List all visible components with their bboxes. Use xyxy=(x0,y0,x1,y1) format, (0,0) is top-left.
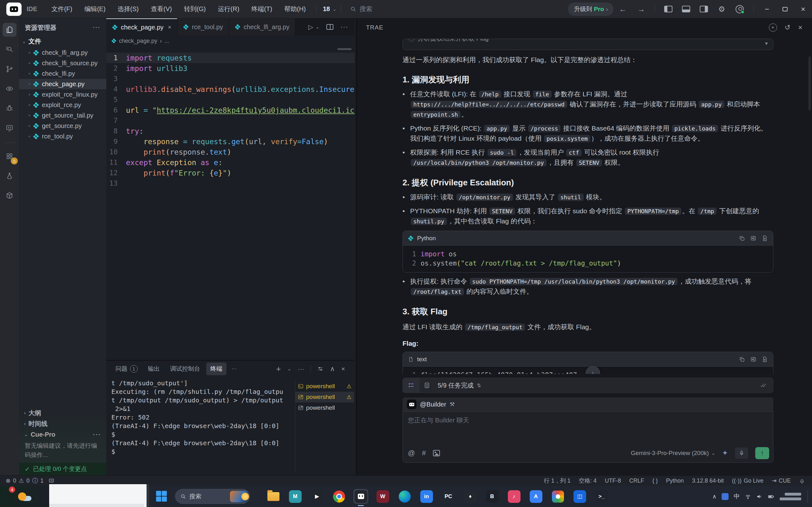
maximize-panel-icon[interactable]: ∧ xyxy=(330,365,335,373)
window-preview[interactable] xyxy=(49,484,149,507)
menu-item-2[interactable]: 选择(S) xyxy=(112,2,145,16)
start-button[interactable] xyxy=(156,491,167,502)
code-line[interactable]: 2import urllib3 xyxy=(106,63,355,73)
status-item-4[interactable]: 空格: 4 xyxy=(579,477,597,485)
new-chat-icon[interactable]: + xyxy=(769,23,777,32)
file-item[interactable]: exploit_rce_linux.py xyxy=(19,89,106,100)
battery-icon[interactable] xyxy=(768,493,774,500)
wifi-icon[interactable] xyxy=(745,493,751,500)
status-item-GoLive[interactable]: ((·))Go Live xyxy=(732,477,763,484)
minimap[interactable] xyxy=(338,48,351,50)
task-progress-bar[interactable]: 5/9 任务完成 ⇅ ✓✓ xyxy=(403,378,773,393)
problems-status[interactable]: ⊗0 ⚠0 ⓘ1 xyxy=(0,477,54,485)
taskbar-search[interactable]: 搜索 xyxy=(175,489,250,504)
status-item-CRLF[interactable]: CRLF xyxy=(629,477,644,484)
status-item-312864bit[interactable]: 3.12.8 64-bit xyxy=(692,477,724,484)
apply-icon[interactable] xyxy=(762,235,768,241)
code-line[interactable]: 1import requests xyxy=(106,53,355,63)
run-button[interactable]: ▷ xyxy=(308,23,313,31)
activity-remote-icon[interactable] xyxy=(3,121,16,135)
builder-context-row[interactable]: @Builder ⚒ xyxy=(403,397,773,411)
taskbar-app-icon[interactable]: >_ xyxy=(594,489,609,504)
menu-item-7[interactable]: 帮助(H) xyxy=(278,2,312,16)
code-line[interactable]: 3 xyxy=(106,73,355,84)
close-panel-icon[interactable]: × xyxy=(341,365,345,373)
file-item[interactable]: exploit_rce.py xyxy=(19,100,106,110)
menu-item-3[interactable]: 查看(V) xyxy=(145,2,178,16)
workspace-switcher[interactable]: 18 ⌄ xyxy=(321,5,337,13)
breadcrumb-item[interactable]: ... xyxy=(164,38,169,44)
editor-tab[interactable]: rce_tool.py xyxy=(177,18,229,36)
apply-icon[interactable] xyxy=(762,356,768,362)
more-actions-icon[interactable]: ··· xyxy=(232,366,237,372)
settings-gear-icon[interactable]: ⚙ xyxy=(713,5,730,14)
copy-icon[interactable] xyxy=(739,235,745,241)
toggle-left-sidebar-button[interactable] xyxy=(664,6,672,12)
upgrade-pro-button[interactable]: 升级到 Pro › xyxy=(568,3,613,16)
double-check-icon[interactable]: ✓✓ xyxy=(760,382,767,389)
menu-item-4[interactable]: 转到(G) xyxy=(178,2,212,16)
taskbar-app-icon[interactable] xyxy=(353,489,368,504)
hidden-icons-chevron[interactable]: ∧ xyxy=(712,493,716,500)
taskbar-app-icon[interactable]: M xyxy=(288,489,303,504)
taskbar-app-icon[interactable] xyxy=(332,489,346,504)
menu-item-6[interactable]: 终端(T) xyxy=(246,2,278,16)
file-item[interactable]: check_lfi_source.py xyxy=(19,58,106,68)
more-actions-icon[interactable]: ··· xyxy=(93,24,101,31)
menu-item-5[interactable]: 运行(R) xyxy=(212,2,246,16)
history-icon[interactable]: ↺ xyxy=(785,23,791,32)
cue-pro-section[interactable]: ⌄ Cue-Pro ··· xyxy=(19,429,106,440)
task-list-icon[interactable] xyxy=(403,378,419,393)
image-attach-icon[interactable] xyxy=(433,450,440,456)
code-line[interactable]: 4urllib3.disable_warnings(urllib3.except… xyxy=(106,84,355,95)
file-item[interactable]: get_source.py xyxy=(19,121,106,131)
close-window-button[interactable]: × xyxy=(794,5,812,14)
volume-icon[interactable] xyxy=(756,493,763,500)
insert-icon[interactable] xyxy=(750,356,757,362)
editor-tab[interactable]: check_page.py× xyxy=(106,18,177,36)
outline-section[interactable]: › 大纲 xyxy=(19,407,106,418)
ports-icon[interactable] xyxy=(49,478,54,484)
taskbar-app-icon[interactable]: W xyxy=(375,489,390,504)
mic-button[interactable] xyxy=(735,447,748,459)
taskbar-app-icon[interactable] xyxy=(266,489,281,504)
terminal-output[interactable]: t /tmp/sudo_output']Executing: (rm /tmp/… xyxy=(111,379,293,473)
chat-input[interactable] xyxy=(403,412,773,443)
forward-button[interactable]: → xyxy=(632,5,650,14)
code-line[interactable]: 12 print(f"Error: {e}") xyxy=(106,168,355,178)
maximize-button[interactable] xyxy=(782,7,788,11)
activity-preview-icon[interactable] xyxy=(3,82,16,96)
taskbar-app-icon[interactable]: ♦ xyxy=(463,489,478,504)
file-item[interactable]: check_lfi_arg.py xyxy=(19,48,106,58)
code-line[interactable]: 10 print(response.text) xyxy=(106,147,355,157)
panel-tab-终端[interactable]: 终端 xyxy=(206,362,226,375)
minimize-button[interactable]: − xyxy=(758,5,776,14)
activity-explorer-icon[interactable] xyxy=(3,23,16,37)
status-item-Python[interactable]: Python xyxy=(666,477,684,484)
code-line[interactable]: 5 xyxy=(106,95,355,105)
toggle-right-sidebar-button[interactable] xyxy=(700,6,708,12)
cue-footer[interactable]: ✓ 已处理 0/0 个变更点 xyxy=(19,463,106,475)
activity-extensions-icon[interactable]: ⚠ xyxy=(3,149,16,163)
code-line[interactable]: 11except Exception as e: xyxy=(106,157,355,168)
weather-widget[interactable]: 4 xyxy=(0,486,49,507)
menu-item-1[interactable]: 编辑(E) xyxy=(78,2,112,16)
task-doc-icon[interactable] xyxy=(419,382,435,389)
activity-source-control-icon[interactable] xyxy=(3,62,16,76)
taskbar-app-icon[interactable] xyxy=(397,489,412,504)
code-line[interactable]: 7 xyxy=(106,115,355,126)
collapsed-step-box[interactable]: 分析提权结果并获取 Flag ▼ xyxy=(403,39,773,50)
model-selector[interactable]: Gemini-3-Pro-Preview (200k) ⌄ xyxy=(631,450,715,457)
taskbar-app-icon[interactable]: ▶ xyxy=(310,489,324,504)
insert-icon[interactable] xyxy=(750,235,757,241)
panel-tab-调试控制台[interactable]: 调试控制台 xyxy=(166,362,204,375)
code-editor[interactable]: 1import requests2import urllib334urllib3… xyxy=(106,46,355,360)
terminal-list-item[interactable]: powershell⚠ xyxy=(295,381,354,392)
new-terminal-icon[interactable]: + xyxy=(276,364,281,374)
code-line[interactable]: 9 response = requests.get(url, verify=Fa… xyxy=(106,136,355,147)
taskbar-app-icon[interactable]: B xyxy=(485,489,500,504)
activity-security-icon[interactable] xyxy=(3,101,16,115)
chevron-down-icon[interactable]: ⌄ xyxy=(316,24,319,30)
taskbar-app-icon[interactable] xyxy=(550,489,565,504)
activity-search-icon[interactable] xyxy=(3,43,16,56)
